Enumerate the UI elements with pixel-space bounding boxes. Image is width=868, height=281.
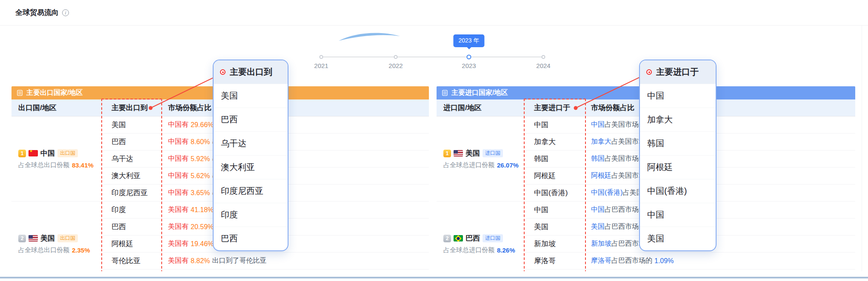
rank-badge: 2 — [443, 235, 451, 242]
share-label: 占全球总出口份额 — [18, 246, 69, 254]
share-value: 26.07% — [497, 162, 519, 169]
destination-cell: 澳大利亚 — [103, 171, 161, 181]
destination-cell: 巴西 — [103, 137, 161, 147]
market-share-cell: 中国占巴西市场的 — [584, 205, 855, 214]
share-label: 占全球总出口份额 — [18, 161, 69, 169]
timeline-year-label: 2024 — [528, 62, 558, 69]
flag-brazil-icon — [454, 235, 463, 241]
col-import-from: 主要进口于 — [525, 103, 584, 113]
dropdown-option[interactable]: 乌干达 — [214, 131, 288, 155]
rank-badge: 1 — [18, 150, 26, 157]
col-export-to: 主要出口到 — [103, 103, 161, 113]
dropdown-option[interactable]: 澳大利亚 — [214, 155, 288, 179]
target-marker-icon — [646, 69, 652, 75]
country-name: 美国 — [40, 233, 55, 243]
timeline-year-label: 2021 — [306, 62, 336, 69]
market-share-cell: 中国有5.92%出 — [161, 154, 429, 163]
flag-usa-icon — [29, 235, 38, 241]
dropdown-option[interactable]: 印度尼西亚 — [214, 179, 288, 203]
market-share-cell: 美国占巴西市场的 — [584, 222, 855, 231]
source-cell: 阿根廷 — [525, 171, 584, 181]
dropdown-option[interactable]: 巴西 — [214, 227, 288, 250]
source-cell: 中国 — [525, 205, 584, 215]
import-table-title: 主要进口国家/地区 — [451, 88, 508, 97]
source-cell: 韩国 — [525, 154, 584, 164]
bottom-divider — [0, 277, 868, 278]
dropdown-title: 主要进口于 — [656, 66, 699, 78]
market-share-cell: 美国有20.59%出 — [161, 222, 429, 231]
market-share-cell: 韩国占美国市场的 — [584, 154, 855, 163]
title-bar: 全球贸易流向 i — [0, 0, 868, 26]
market-share-cell: 中国占美国市场的 — [584, 120, 855, 129]
dropdown-option[interactable]: 巴西 — [214, 108, 288, 131]
rank-badge: 2 — [18, 235, 26, 242]
share-value: 83.41% — [72, 162, 94, 169]
timeline-track[interactable] — [321, 57, 543, 57]
share-value: 8.26% — [497, 247, 515, 254]
timeline-year-label: 2022 — [381, 62, 411, 69]
col-importer: 进口国/地区 — [437, 103, 525, 113]
dropdown-option[interactable]: 韩国 — [640, 131, 716, 155]
export-table-title: 主要出口国家/地区 — [26, 88, 83, 97]
table-row: 摩洛哥 摩洛哥占巴西市场的1.09% — [525, 253, 855, 270]
market-share-cell: 美国有41.18%出 — [161, 205, 429, 214]
timeline-tooltip: 2023 年 — [453, 34, 484, 47]
trade-flow-panel: 2021 2022 2023 2024 2023 年 主要出口国家/地区 出口国… — [6, 26, 862, 271]
flag-china-icon — [29, 150, 38, 156]
share-label: 占全球总进口份额 — [443, 246, 494, 254]
decorative-swoosh — [338, 31, 402, 43]
country-name: 巴西 — [465, 233, 480, 243]
importer-tag: 进口国 — [483, 149, 503, 157]
import-table-icon — [442, 90, 448, 96]
importer-group-usa: 1 美国 进口国 占全球总进口份额 26.07% — [437, 116, 525, 202]
col-market-share: 市场份额占比 — [584, 103, 855, 113]
market-share-cell: 美国有8.82%出口到了哥伦比亚 — [161, 256, 429, 265]
dropdown-option[interactable]: 印度 — [214, 203, 288, 227]
export-to-dropdown: 主要出口到 美国 巴西 乌干达 澳大利亚 印度尼西亚 印度 巴西 — [213, 60, 288, 251]
dropdown-option[interactable]: 中国 — [640, 203, 716, 227]
rank-badge: 1 — [443, 150, 451, 157]
dropdown-option[interactable]: 中国 — [640, 84, 716, 108]
market-share-cell: 中国有8.60%出 — [161, 137, 429, 146]
dropdown-option[interactable]: 中国(香港) — [640, 179, 716, 203]
target-marker-icon — [220, 69, 226, 75]
col-exporter: 出口国/地区 — [11, 103, 103, 113]
market-share-cell: 中国(香港)占美国市 — [584, 188, 855, 197]
market-share-cell: 摩洛哥占巴西市场的1.09% — [584, 256, 855, 265]
exporter-tag: 出口国 — [57, 149, 78, 157]
importer-tag: 进口国 — [483, 234, 503, 242]
dropdown-option[interactable]: 加拿大 — [640, 108, 716, 131]
importer-group-brazil: 2 巴西 进口国 占全球总进口份额 8.26% — [437, 202, 525, 271]
destination-cell: 巴西 — [103, 222, 161, 232]
market-share-cell: 美国有19.46%出 — [161, 239, 429, 248]
destination-cell: 哥伦比亚 — [103, 256, 161, 266]
destination-cell: 美国 — [103, 120, 161, 130]
source-cell: 中国(香港) — [525, 188, 584, 198]
table-row: 哥伦比亚 美国有8.82%出口到了哥伦比亚 — [103, 253, 429, 270]
share-label: 占全球总进口份额 — [443, 161, 494, 169]
exporter-group-china: 1 中国 出口国 占全球总出口份额 83.41% — [11, 116, 103, 202]
timeline-dot-2022[interactable] — [394, 55, 398, 59]
dropdown-title: 主要出口到 — [230, 66, 272, 78]
country-name: 美国 — [465, 148, 480, 158]
import-from-dropdown: 主要进口于 中国 加拿大 韩国 阿根廷 中国(香港) 中国 美国 — [639, 60, 717, 251]
market-share-cell: 中国有3.65%出 — [161, 188, 429, 197]
timeline-dot-2021[interactable] — [320, 55, 323, 59]
source-cell: 美国 — [525, 222, 584, 232]
share-value: 2.35% — [72, 247, 90, 254]
dropdown-option[interactable]: 美国 — [640, 227, 716, 250]
timeline-dot-2023[interactable] — [467, 55, 471, 60]
dropdown-option[interactable]: 阿根廷 — [640, 155, 716, 179]
timeline-dot-2024[interactable] — [542, 55, 545, 59]
country-name: 中国 — [40, 148, 55, 158]
source-cell: 摩洛哥 — [525, 256, 584, 266]
destination-cell: 阿根廷 — [103, 239, 161, 249]
timeline-year-label: 2023 — [454, 62, 484, 69]
exporter-group-usa: 2 美国 出口国 占全球总出口份额 2.35% — [11, 202, 103, 271]
dropdown-option[interactable]: 美国 — [214, 84, 288, 108]
source-cell: 加拿大 — [525, 137, 584, 147]
market-share-cell: 中国有5.62%出 — [161, 171, 429, 180]
destination-cell: 乌干达 — [103, 154, 161, 164]
source-cell: 中国 — [525, 120, 584, 130]
info-icon[interactable]: i — [62, 9, 69, 16]
